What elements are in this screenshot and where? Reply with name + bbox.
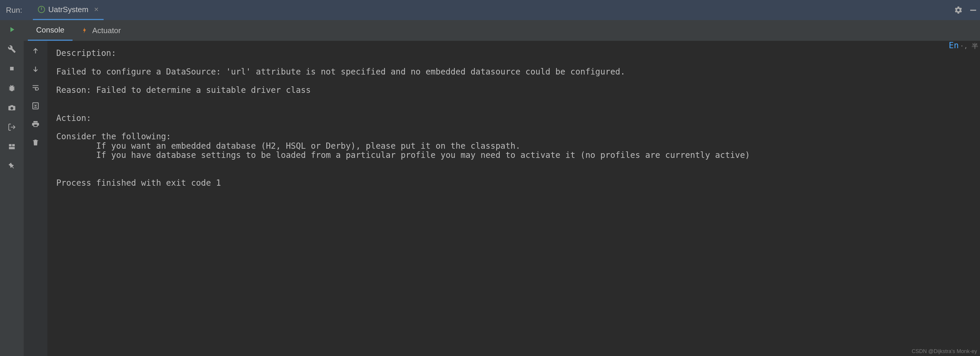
run-config-tab[interactable]: UatrSystem ✕ — [33, 0, 103, 20]
run-content-area: Console Actuator — [24, 20, 980, 356]
close-icon[interactable]: ✕ — [94, 6, 99, 13]
exit-icon[interactable] — [6, 121, 18, 133]
console-wrap: Description: Failed to configure a DataS… — [24, 41, 980, 356]
minimize-icon[interactable] — [969, 6, 978, 14]
scroll-to-end-icon[interactable] — [30, 100, 41, 112]
svg-rect-4 — [9, 144, 11, 146]
svg-rect-5 — [12, 144, 15, 146]
soft-wrap-icon[interactable] — [30, 82, 41, 93]
main-content-row: Console Actuator — [0, 20, 980, 356]
pin-icon[interactable] — [6, 160, 18, 172]
header-right-controls — [954, 6, 978, 14]
tab-actuator-label: Actuator — [92, 26, 121, 35]
print-icon[interactable] — [30, 118, 41, 130]
svg-rect-1 — [970, 10, 976, 11]
console-output[interactable]: Description: Failed to configure a DataS… — [48, 41, 980, 356]
console-text: Description: Failed to configure a DataS… — [56, 49, 974, 187]
tab-actuator[interactable]: Actuator — [73, 20, 129, 41]
ime-suffix: ·, 半 — [960, 42, 978, 50]
run-label: Run: — [6, 6, 22, 15]
bug-icon[interactable] — [6, 82, 18, 94]
run-icon[interactable] — [6, 24, 18, 35]
trash-icon[interactable] — [30, 137, 41, 149]
spring-boot-icon — [38, 6, 45, 13]
watermark: CSDN @Dijkstra's Monk-ey — [912, 348, 977, 354]
run-config-name: UatrSystem — [48, 5, 89, 14]
tab-console-label: Console — [36, 25, 64, 35]
ime-indicator: En·, 半 — [949, 41, 978, 50]
layout-icon[interactable] — [6, 141, 18, 153]
run-header-bar: Run: UatrSystem ✕ — [0, 0, 980, 20]
svg-rect-6 — [9, 147, 15, 149]
console-toolbar — [24, 41, 48, 356]
svg-rect-2 — [10, 67, 14, 70]
arrow-down-icon[interactable] — [30, 63, 41, 75]
actuator-icon — [81, 27, 89, 34]
gear-icon[interactable] — [954, 6, 963, 14]
arrow-up-icon[interactable] — [30, 45, 41, 57]
run-side-toolbar — [0, 20, 24, 356]
ime-lang: En — [949, 41, 959, 50]
wrench-icon[interactable] — [6, 43, 18, 55]
tab-console[interactable]: Console — [28, 20, 73, 41]
output-tabs: Console Actuator — [24, 20, 980, 41]
camera-icon[interactable] — [6, 102, 18, 114]
stop-icon[interactable] — [6, 63, 18, 74]
